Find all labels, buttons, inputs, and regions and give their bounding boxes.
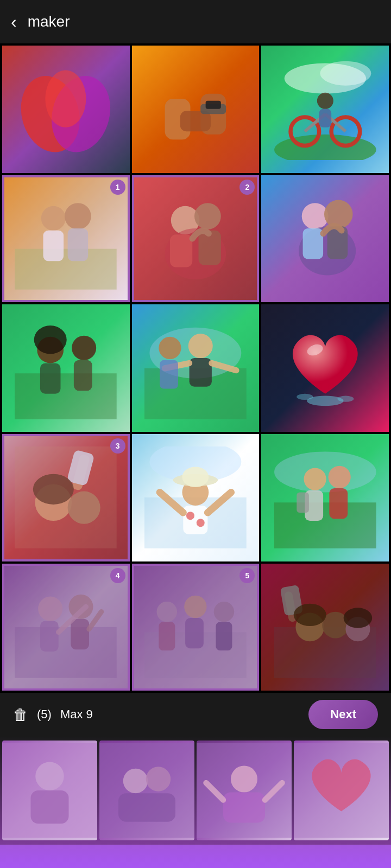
svg-rect-77: [71, 619, 90, 649]
toolbar-left: 🗑 (5) Max 9: [13, 706, 93, 724]
svg-point-103: [231, 766, 257, 793]
strip-item-4[interactable]: [294, 741, 389, 840]
svg-rect-7: [206, 101, 221, 109]
svg-rect-31: [327, 226, 348, 259]
selection-order-14: 5: [239, 568, 255, 583]
delete-button[interactable]: 🗑: [13, 706, 28, 724]
photo-grid: 1 2: [0, 43, 391, 693]
svg-point-24: [165, 228, 226, 279]
svg-rect-19: [43, 231, 64, 261]
max-label: Max 9: [60, 707, 93, 722]
header: ‹ maker: [0, 0, 391, 43]
svg-rect-73: [15, 627, 117, 678]
svg-point-94: [343, 608, 372, 628]
svg-rect-16: [319, 109, 331, 127]
svg-point-60: [182, 467, 209, 488]
photo-item-9[interactable]: [261, 304, 389, 432]
svg-point-96: [35, 762, 64, 791]
photo-item-15[interactable]: [261, 564, 389, 691]
svg-point-64: [186, 512, 194, 520]
svg-point-20: [65, 203, 91, 229]
svg-point-10: [274, 135, 376, 160]
svg-rect-86: [216, 622, 232, 651]
svg-rect-84: [185, 618, 204, 648]
next-button[interactable]: Next: [308, 700, 378, 729]
svg-line-78: [59, 607, 86, 632]
svg-point-71: [328, 466, 350, 488]
svg-point-68: [304, 468, 326, 490]
svg-line-79: [90, 612, 102, 629]
svg-rect-80: [144, 632, 247, 678]
photo-item-7[interactable]: [2, 304, 130, 432]
svg-point-76: [69, 595, 93, 619]
svg-point-35: [72, 336, 97, 360]
svg-rect-52: [67, 450, 95, 487]
svg-point-2: [46, 71, 86, 127]
photo-item-12[interactable]: [261, 434, 389, 561]
svg-point-9: [320, 61, 371, 86]
svg-rect-21: [68, 228, 89, 261]
svg-rect-70: [297, 493, 309, 513]
svg-point-65: [197, 519, 205, 527]
svg-point-53: [35, 484, 72, 521]
svg-point-55: [33, 474, 74, 505]
selection-order-13: 4: [110, 568, 125, 583]
svg-point-93: [293, 604, 326, 626]
svg-rect-75: [40, 621, 59, 652]
selected-count: (5): [37, 707, 52, 722]
svg-rect-98: [99, 743, 194, 838]
photo-item-5[interactable]: 2: [132, 175, 260, 303]
photo-item-1[interactable]: [2, 46, 130, 173]
svg-point-22: [171, 206, 200, 235]
svg-rect-97: [31, 790, 69, 824]
bottom-section: [0, 736, 391, 868]
strip-item-3[interactable]: [197, 741, 292, 840]
selection-order-4: 1: [110, 180, 125, 195]
selection-order-5: 2: [239, 180, 255, 195]
svg-point-15: [317, 93, 333, 109]
svg-point-44: [159, 336, 181, 359]
svg-rect-101: [118, 794, 175, 822]
svg-point-48: [337, 395, 354, 401]
svg-point-27: [301, 203, 328, 229]
svg-rect-61: [183, 506, 207, 534]
svg-rect-45: [160, 360, 178, 389]
photo-item-2[interactable]: [132, 46, 260, 173]
svg-point-81: [157, 602, 178, 622]
svg-rect-41: [190, 358, 212, 387]
svg-point-67: [274, 452, 376, 493]
photo-item-8[interactable]: [132, 304, 260, 432]
svg-rect-34: [40, 363, 61, 393]
svg-rect-104: [223, 793, 265, 823]
photo-item-6[interactable]: [261, 175, 389, 303]
svg-point-40: [188, 334, 213, 358]
page-title: maker: [28, 13, 70, 30]
photo-item-14[interactable]: 5: [132, 564, 260, 691]
svg-point-54: [68, 492, 100, 524]
photo-item-13[interactable]: 4: [2, 564, 130, 691]
svg-rect-66: [274, 503, 376, 548]
svg-rect-32: [15, 373, 117, 419]
svg-point-99: [123, 769, 148, 794]
photo-item-10[interactable]: 3: [2, 434, 130, 561]
svg-point-18: [41, 206, 66, 231]
photo-item-4[interactable]: 1: [2, 175, 130, 303]
svg-rect-26: [199, 231, 221, 265]
photo-item-3[interactable]: [261, 46, 389, 173]
svg-rect-25: [170, 234, 192, 267]
svg-rect-36: [74, 360, 92, 391]
svg-point-83: [184, 596, 206, 618]
strip-item-1[interactable]: [2, 741, 97, 840]
svg-point-100: [146, 767, 171, 792]
svg-rect-30: [302, 228, 323, 259]
svg-rect-17: [15, 249, 117, 290]
selection-order-10: 3: [110, 438, 125, 454]
back-button[interactable]: ‹: [11, 13, 17, 30]
svg-rect-72: [329, 488, 348, 519]
svg-point-37: [34, 326, 67, 354]
svg-rect-51: [72, 454, 91, 491]
strip-item-2[interactable]: [99, 741, 194, 840]
photo-item-11[interactable]: [132, 434, 260, 561]
svg-rect-50: [15, 446, 117, 548]
svg-point-74: [39, 597, 63, 621]
